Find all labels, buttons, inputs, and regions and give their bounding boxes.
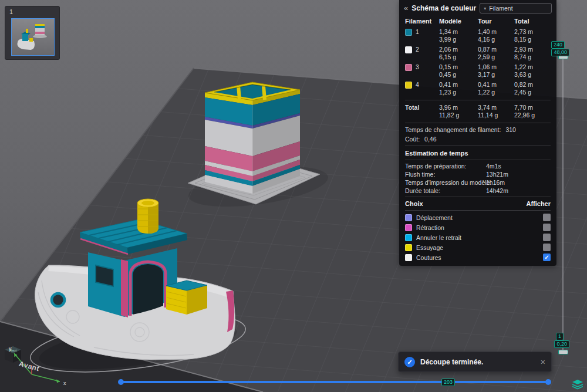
col-filament: Filament [405,16,439,27]
legend-swatch [405,234,412,241]
divider [405,160,551,160]
chevron-down-icon: ▾ [484,6,486,11]
legend-item-seams: Coutures ✓ [399,252,556,262]
close-icon[interactable]: × [541,358,545,366]
legend-item-unretraction: Annuler le retrait ✓ [399,232,556,242]
time-row: Temps d'impression du modèle:1h16m [399,178,556,187]
layers-icon [572,379,583,390]
legend-swatch [405,224,412,231]
table-cell: 3,74 m11,14 g [478,103,514,120]
options-header: Choix Afficher [399,199,556,208]
toast-message: Découpe terminée. [420,358,483,366]
divider [405,146,551,146]
show-checkbox[interactable]: ✓ [543,224,551,231]
collapse-panel-icon[interactable]: « [404,5,408,12]
color-scheme-panel: « Schéma de couleur ▾ Filament Filament … [399,0,556,266]
layer-slider-bottom-handle[interactable] [558,350,568,354]
table-cell: 1,22 m3,63 g [514,62,551,80]
x-axis-label: x [63,380,66,386]
time-estimate-title: Estimation de temps [399,148,556,158]
table-cell: 0,41 m1,23 g [439,80,478,97]
table-cell: 0,82 m2,45 g [514,80,551,97]
view-mode-value: Filament [489,5,512,12]
panel-title: Schéma de couleur [411,4,476,12]
step-slider-value-badge[interactable]: 203 [441,379,455,386]
show-checkbox[interactable]: ✓ [543,234,551,241]
x-axis-line [32,374,60,381]
filament-table: Filament Modèle Tour Total 1 1,34 m3,99 … [399,15,556,98]
filament-row-id[interactable]: 4 [405,80,439,97]
step-slider-track[interactable] [120,381,549,383]
table-cell: 2,93 m8,74 g [514,45,551,62]
col-tower: Tour [478,16,514,27]
legend-item-retraction: Rétraction ✓ [399,222,556,232]
time-row: Flush time:13h21m [399,170,556,178]
table-cell: 3,96 m11,82 g [439,103,478,120]
filament-swatch [405,29,412,36]
show-checkbox[interactable]: ✓ [543,254,551,261]
layer-slider-track[interactable] [562,56,564,350]
view-mode-dropdown[interactable]: ▾ Filament [480,3,552,13]
slicer-preview-screen: 1 « Schéma de couleur ▾ Fil [0,0,587,392]
layer-max-badge: 240 [551,41,565,49]
table-cell: 7,70 m22,96 g [514,103,551,120]
plate-number: 1 [9,8,13,15]
divider [405,100,551,100]
show-checkbox[interactable]: ✓ [543,244,551,251]
filament-swatch [405,46,412,53]
filament-row-id[interactable]: 1 [405,27,439,45]
table-cell: 1,34 m3,99 g [439,27,478,45]
layer-min-badge: 1 [556,333,564,340]
legend-swatch [405,244,412,251]
divider [405,197,551,197]
table-cell: 2,73 m8,15 g [514,27,551,45]
table-cell: 0,41 m1,22 g [478,80,514,97]
y-axis-label: y [9,346,12,352]
benchy-porthole [52,293,65,306]
col-model: Modèle [439,16,478,27]
table-cell: 1,40 m4,16 g [478,27,514,45]
slicing-complete-toast: ✓ Découpe terminée. × [398,352,552,372]
layers-button[interactable] [572,379,583,390]
time-row: Temps de préparation:4m1s [399,162,556,170]
filament-swatch [405,64,412,71]
divider [405,210,551,211]
table-cell: 2,06 m6,15 g [439,45,478,62]
divider [405,123,551,123]
filament-change-stat: Temps de changement de filament:310 [399,125,556,134]
legend-item-wipe: Essuyage ✓ [399,242,556,252]
filament-row-id[interactable]: 3 [405,62,439,80]
plate-thumbnail[interactable] [11,18,55,56]
panel-header: « Schéma de couleur ▾ Filament [399,0,556,15]
table-cell: 1,06 m3,17 g [478,62,514,80]
plate-tab[interactable]: 1 [5,6,60,60]
show-checkbox[interactable]: ✓ [543,214,551,221]
legend-swatch [405,214,412,221]
table-cell: 0,15 m0,45 g [439,62,478,80]
total-label: Total [405,103,439,120]
filament-row-id[interactable]: 2 [405,45,439,62]
legend-item-travel: Déplacement ✓ [399,212,556,222]
cost-stat: Coût:0,46 [399,134,556,144]
table-cell: 0,87 m2,59 g [478,45,514,62]
filament-swatch [405,82,412,89]
col-total: Total [514,16,551,27]
benchy-window [96,265,113,286]
layer-min-height-badge: 0,20 [554,340,569,348]
success-check-icon: ✓ [404,357,415,367]
plate-thumbnail-preview [12,19,54,54]
time-row: Durée totale:14h42m [399,187,556,195]
total-row: Total 3,96 m11,82 g 3,74 m11,14 g 7,70 m… [399,102,556,121]
layer-max-height-badge: 48,00 [551,49,569,56]
legend-swatch [405,254,412,261]
